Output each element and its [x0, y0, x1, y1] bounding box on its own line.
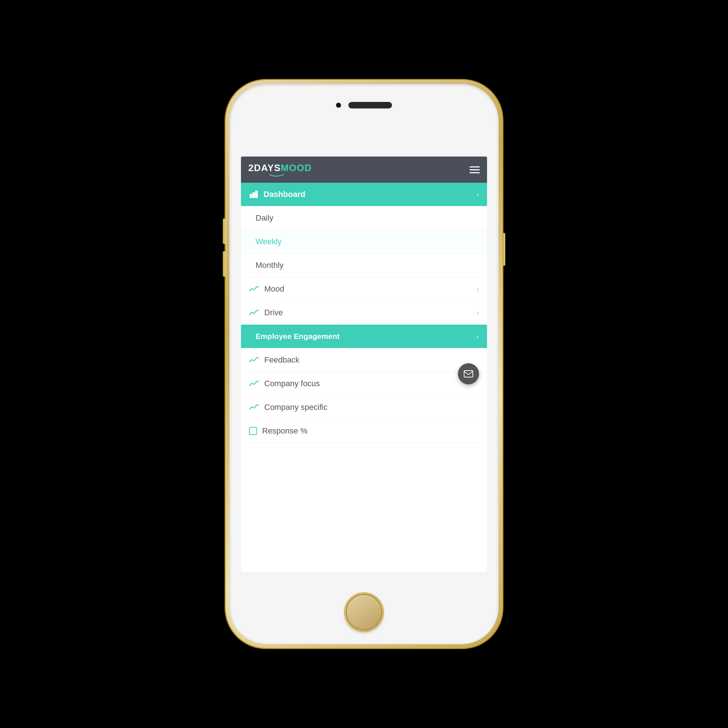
- svg-rect-3: [464, 370, 473, 377]
- volume-up-button: [223, 219, 226, 244]
- menu-item-monthly[interactable]: Monthly: [241, 254, 487, 277]
- envelope-icon: [464, 370, 473, 378]
- mood-chevron: ‹: [476, 285, 479, 294]
- menu-item-employee-engagement[interactable]: Employee Engagement ‹: [241, 325, 487, 348]
- menu-item-company-focus[interactable]: Company focus: [241, 372, 487, 396]
- hamburger-menu-button[interactable]: [470, 166, 480, 173]
- hamburger-line-1: [470, 166, 480, 167]
- bar-chart-icon: [249, 190, 258, 199]
- earpiece-speaker: [348, 102, 392, 109]
- hamburger-line-3: [470, 172, 480, 173]
- phone-screen: 2DAYSMOOD: [241, 156, 487, 572]
- employee-engagement-label: Employee Engagement: [255, 332, 476, 341]
- app-logo: 2DAYSMOOD: [248, 162, 317, 177]
- feedback-trend-icon: [249, 357, 259, 363]
- weekly-label: Weekly: [255, 237, 479, 246]
- navigation-menu: Dashboard ‹ Daily Weekly Monthly: [241, 183, 487, 572]
- company-focus-label: Company focus: [264, 379, 479, 388]
- svg-rect-0: [250, 194, 252, 198]
- employee-engagement-chevron: ‹: [476, 332, 479, 341]
- monthly-label: Monthly: [255, 261, 479, 270]
- response-checkbox-icon: [249, 427, 257, 435]
- logo-mood-text: MOOD: [281, 162, 312, 174]
- phone-top-sensors: [327, 102, 401, 109]
- power-button: [502, 233, 505, 266]
- volume-down-button: [223, 251, 226, 277]
- menu-item-drive[interactable]: Drive ‹: [241, 301, 487, 325]
- menu-item-daily[interactable]: Daily: [241, 206, 487, 230]
- drive-label: Drive: [264, 308, 476, 317]
- dashboard-label: Dashboard: [263, 190, 476, 199]
- daily-label: Daily: [255, 213, 479, 223]
- drive-chevron: ‹: [476, 309, 479, 317]
- response-label: Response %: [262, 426, 479, 436]
- drive-trend-icon: [249, 309, 259, 316]
- phone-device: 2DAYSMOOD: [226, 80, 502, 648]
- company-specific-label: Company specific: [264, 402, 479, 412]
- mood-label: Mood: [264, 284, 476, 294]
- menu-item-company-specific[interactable]: Company specific: [241, 396, 487, 419]
- svg-rect-2: [255, 191, 257, 197]
- menu-item-weekly[interactable]: Weekly: [241, 230, 487, 254]
- float-message-button[interactable]: [458, 363, 479, 384]
- menu-item-response[interactable]: Response %: [241, 419, 487, 443]
- hamburger-line-2: [470, 169, 480, 170]
- app-header: 2DAYSMOOD: [241, 156, 487, 183]
- svg-rect-1: [253, 193, 254, 198]
- menu-item-feedback[interactable]: Feedback: [241, 348, 487, 372]
- logo-arc: [269, 174, 317, 177]
- feedback-label: Feedback: [264, 355, 479, 365]
- home-button[interactable]: [346, 594, 382, 630]
- company-specific-trend-icon: [249, 404, 259, 411]
- company-focus-trend-icon: [249, 380, 259, 387]
- logo-2days-text: 2DAYS: [248, 162, 281, 174]
- dashboard-chevron: ‹: [476, 190, 479, 199]
- menu-item-mood[interactable]: Mood ‹: [241, 277, 487, 301]
- mood-trend-icon: [249, 286, 259, 292]
- front-camera: [336, 102, 341, 108]
- menu-item-dashboard[interactable]: Dashboard ‹: [241, 183, 487, 206]
